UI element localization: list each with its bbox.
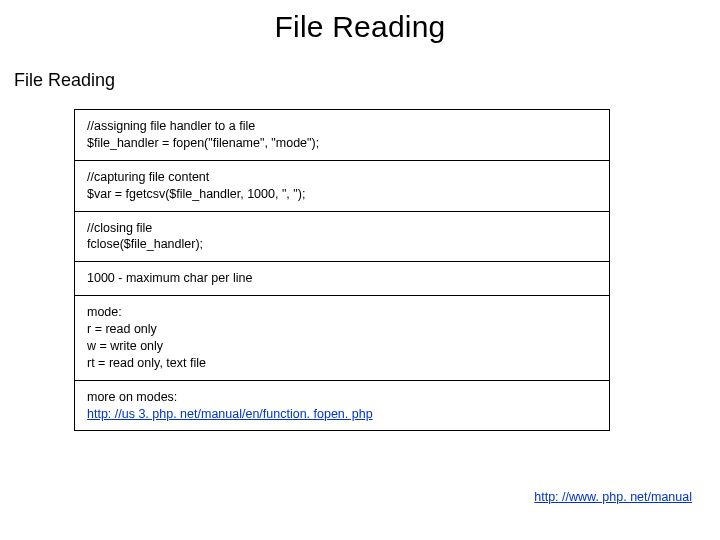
section-capture-content: //capturing file content $var = fgetcsv(… <box>75 161 609 212</box>
php-manual-link[interactable]: http: //www. php. net/manual <box>534 490 692 504</box>
code-line: //assigning file handler to a file <box>87 118 597 135</box>
text-line: w = write only <box>87 338 597 355</box>
slide: File Reading File Reading //assigning fi… <box>0 0 720 540</box>
code-line: $file_handler = fopen("filename", "mode"… <box>87 135 597 152</box>
section-max-char: 1000 - maximum char per line <box>75 262 609 296</box>
text-line: mode: <box>87 304 597 321</box>
subtitle: File Reading <box>14 70 700 91</box>
section-assign-handler: //assigning file handler to a file $file… <box>75 110 609 161</box>
section-more-modes: more on modes: http: //us 3. php. net/ma… <box>75 381 609 431</box>
code-line: //capturing file content <box>87 169 597 186</box>
footer: http: //www. php. net/manual <box>534 490 692 504</box>
page-title: File Reading <box>20 10 700 44</box>
section-modes: mode: r = read only w = write only rt = … <box>75 296 609 381</box>
fopen-manual-link[interactable]: http: //us 3. php. net/manual/en/functio… <box>87 407 373 421</box>
code-line: fclose($file_handler); <box>87 236 597 253</box>
section-close-file: //closing file fclose($file_handler); <box>75 212 609 263</box>
text-line: r = read only <box>87 321 597 338</box>
code-line: //closing file <box>87 220 597 237</box>
text-line: more on modes: <box>87 389 597 406</box>
code-line: $var = fgetcsv($file_handler, 1000, ", "… <box>87 186 597 203</box>
text-line: 1000 - maximum char per line <box>87 270 597 287</box>
text-line: rt = read only, text file <box>87 355 597 372</box>
content-box: //assigning file handler to a file $file… <box>74 109 610 431</box>
